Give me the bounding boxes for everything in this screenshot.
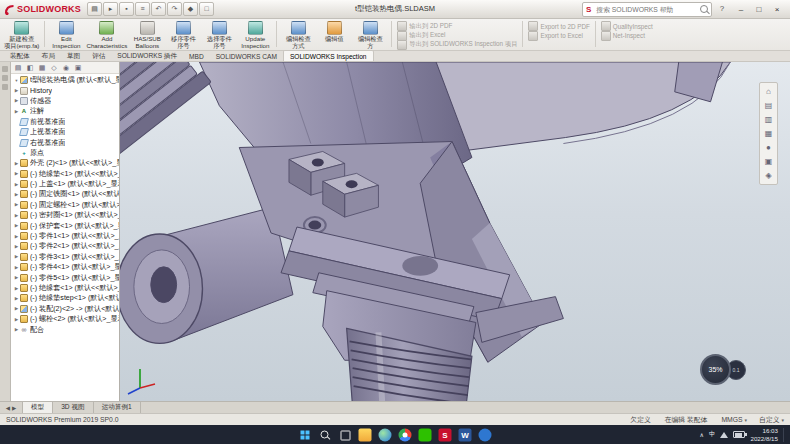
solidworks-resources-icon[interactable]: ⌂ — [762, 85, 775, 98]
clock[interactable]: 16:03 2022/8/15 — [750, 427, 778, 443]
expand-arrow-icon[interactable]: ▶ — [13, 296, 20, 301]
tab-scroll-buttons[interactable]: ◀ ▶ — [0, 402, 23, 413]
file-explorer-button[interactable] — [359, 428, 372, 441]
expand-arrow-icon[interactable]: ▶ — [13, 286, 20, 291]
tree-item[interactable]: ▶ (-) 固定螺栓<1> (默认<默认>_显示状态-1>) — [11, 200, 119, 210]
ribbon-button[interactable]: 编辑值 — [316, 20, 352, 50]
close-button[interactable]: × — [768, 2, 786, 16]
tree-item[interactable]: ▶ (-) 零件3<1> (默认<<默认>_显示状态-1>) — [11, 252, 119, 262]
ribbon-button[interactable]: 编辑检查 方式 — [280, 20, 316, 50]
ribbon-button[interactable]: 新建检查 项目(emp.fa) — [2, 20, 41, 50]
tree-item[interactable]: 上视基准面 — [11, 127, 119, 137]
help-search-box[interactable]: S — [582, 2, 712, 17]
task-view-button[interactable] — [339, 428, 352, 441]
tree-item[interactable]: ▶ History — [11, 85, 119, 95]
ime-indicator[interactable]: 中 — [709, 430, 716, 439]
tree-item[interactable]: ▶ (-) 零件2<1> (默认<<默认>_显示状态-1>) — [11, 241, 119, 251]
print-icon[interactable]: ≡ — [135, 2, 150, 16]
ribbon-button[interactable]: Update Inspection — [237, 20, 273, 50]
tree-item[interactable]: ▶ (-) 装配(2)<2> -> (默认<默认>_显示状态-1>) — [11, 304, 119, 314]
command-tab[interactable]: 草图 — [61, 51, 86, 61]
expand-arrow-icon[interactable]: ▶ — [13, 88, 20, 93]
wechat-button[interactable] — [419, 428, 432, 441]
displaymanager-tab-icon[interactable]: ◉ — [61, 64, 71, 72]
custom-properties-icon[interactable]: ▣ — [762, 155, 775, 168]
expand-arrow-icon[interactable]: ▶ — [13, 223, 20, 228]
propertymanager-tab-icon[interactable]: ◧ — [25, 64, 35, 72]
tree-item[interactable]: ▶ (-) 保护套<1> (默认<默认>_显示状态-1>) — [11, 220, 119, 230]
ribbon-export-item[interactable]: Export to 2D PDF — [528, 22, 589, 30]
expand-arrow-icon[interactable]: ▶ — [13, 254, 20, 259]
status-item[interactable]: MMGS ▾ — [721, 416, 747, 423]
featuremanager-tab-icon[interactable]: ▤ — [13, 64, 23, 72]
expand-arrow-icon[interactable]: ▶ — [13, 202, 20, 207]
expand-arrow-icon[interactable]: ▶ — [13, 327, 20, 332]
tree-item[interactable]: ▶ 传感器 — [11, 96, 119, 106]
tree-item[interactable]: ▶ (-) 绝缘套<1> (默认<<默认>_显示状态-1>) — [11, 283, 119, 293]
expand-arrow-icon[interactable]: ▶ — [13, 306, 20, 311]
hidden-icons-chevron[interactable]: ∧ — [700, 431, 704, 438]
tree-item[interactable]: ▶ (-) 密封圈<1> (默认<<默认>_显示状态-1>) — [11, 210, 119, 220]
appearances-icon[interactable]: ● — [762, 141, 775, 154]
search-button[interactable] — [319, 428, 332, 441]
network-icon[interactable] — [720, 432, 728, 438]
expand-arrow-icon[interactable]: ▶ — [13, 161, 20, 166]
search-input[interactable] — [594, 5, 697, 14]
design-library-icon[interactable]: ▤ — [762, 99, 775, 112]
command-tab[interactable]: SOLIDWORKS 插件 — [111, 51, 183, 61]
maximize-button[interactable]: □ — [750, 2, 768, 16]
edge-button[interactable] — [379, 428, 392, 441]
configurationmanager-tab-icon[interactable]: ▦ — [37, 64, 47, 72]
view-palette-icon[interactable]: ▦ — [762, 127, 775, 140]
tree-item[interactable]: ▶ (-) 零件5<1> (默认<默认>_显示状态-1>) — [11, 272, 119, 282]
expand-arrow-icon[interactable]: ▶ — [13, 317, 20, 322]
status-item[interactable]: 自定义 ▾ — [759, 415, 784, 425]
forum-icon[interactable]: ◈ — [762, 169, 775, 182]
new-document-icon[interactable]: ▤ — [87, 2, 102, 16]
tree-item[interactable]: ▶ (-) 绝缘垫step<1> (默认<默认>_显示状态-1>) — [11, 293, 119, 303]
expand-arrow-icon[interactable]: ▶ — [13, 98, 20, 103]
tree-item[interactable]: ▶ (-) 绝缘垫<1> (默认<<默认>_显示状态-1>) — [11, 169, 119, 179]
ribbon-button[interactable]: HAS/SUB Balloons — [129, 20, 165, 50]
word-button[interactable]: W — [459, 428, 472, 441]
tree-item[interactable]: ▶ ∞ 配合 — [11, 324, 119, 334]
tree-item[interactable]: ▶ (-) 零件4<1> (默认<默认>_显示状态-1>) — [11, 262, 119, 272]
ribbon-export-item[interactable]: 输出到 Excel — [397, 31, 517, 39]
tree-item[interactable]: 前视基准面 — [11, 117, 119, 127]
expand-arrow-icon[interactable]: ▶ — [13, 171, 20, 176]
command-tab[interactable]: 装配体 — [4, 51, 36, 61]
open-icon[interactable]: ▸ — [103, 2, 118, 16]
start-button[interactable] — [299, 428, 312, 441]
tree-item[interactable]: + 原点 — [11, 148, 119, 158]
expand-arrow-icon[interactable]: ▶ — [13, 265, 20, 270]
ribbon-button[interactable]: 选择零件 序号 — [201, 20, 237, 50]
scroll-left-icon[interactable]: ◀ — [6, 405, 10, 411]
rebuild-icon[interactable]: ◆ — [183, 2, 198, 16]
minimize-button[interactable]: – — [732, 2, 750, 16]
tree-item[interactable]: ▶ (-) 零件1<1> (默认<<默认>_显示状态-1>) — [11, 231, 119, 241]
ribbon-button[interactable]: Add Characteristics — [84, 20, 129, 50]
chrome-button[interactable] — [399, 428, 412, 441]
tree-item[interactable]: ▶ 外壳 (2)<1> (默认<<默认>_显示状态-1>) — [11, 158, 119, 168]
ribbon-export-item[interactable]: Export to Excel — [528, 31, 589, 39]
graphics-viewport[interactable]: ⌂▤▥▦●▣◈ 35% 0.1 — [120, 62, 790, 401]
tree-item[interactable]: ▶ (-) 固定铁圈<1> (默认<<默认>_显示状态-1>) — [11, 189, 119, 199]
command-tab[interactable]: 评估 — [86, 51, 111, 61]
dimxpertmanager-tab-icon[interactable]: ◇ — [49, 64, 59, 72]
tree-item[interactable]: ▶ (-) 螺栓<2> (默认<默认>_显示状态-1>) — [11, 314, 119, 324]
command-tab[interactable]: SOLIDWORKS CAM — [210, 51, 283, 61]
save-icon[interactable]: ▪ — [119, 2, 134, 16]
undo-icon[interactable]: ↶ — [151, 2, 166, 16]
document-tab[interactable]: 3D 视图 — [53, 402, 93, 413]
expand-arrow-icon[interactable]: ▶ — [13, 192, 20, 197]
tree-item[interactable]: ▾ t型铠装热电偶 (默认<默认_显示状态-1>) — [11, 75, 119, 85]
ribbon-button[interactable]: 移序零件 序号 — [165, 20, 201, 50]
expand-arrow-icon[interactable]: ▶ — [13, 275, 20, 280]
document-tab[interactable]: 运动算例1 — [94, 402, 141, 413]
ribbon-export-item[interactable]: 导出到 SOLIDWORKS Inspection 项目 — [397, 41, 517, 49]
tree-item[interactable]: ▶ (-) 上盖<1> (默认<默认>_显示状态-1>) — [11, 179, 119, 189]
status-item[interactable]: 在编辑 装配体 — [665, 415, 710, 425]
expand-arrow-icon[interactable]: ▶ — [13, 182, 20, 187]
blue-app-button[interactable] — [479, 428, 492, 441]
show-desktop-button[interactable] — [783, 428, 786, 442]
